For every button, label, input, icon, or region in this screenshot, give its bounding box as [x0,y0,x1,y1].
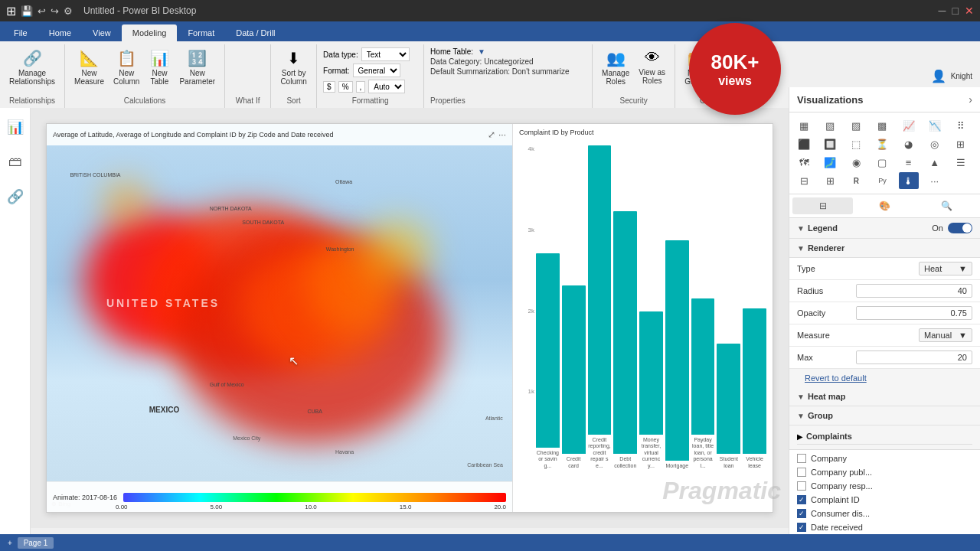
view-roles-icon: 👁 [645,49,660,67]
complaint-checkbox-5[interactable]: ✓ [797,523,806,532]
close-button[interactable]: ✕ [965,5,974,17]
format-select[interactable]: General [353,64,400,77]
viz-icon-slicer[interactable]: ☰ [951,154,971,171]
tab-view[interactable]: View [82,24,122,41]
viz-icon-r-visual[interactable]: R [846,172,866,189]
more-options-icon[interactable]: ··· [498,129,506,140]
group-section-header[interactable]: ▼ Group [789,406,980,425]
title-bar-controls: ─ □ ✕ [939,5,974,17]
opacity-input[interactable] [856,306,972,320]
viz-icon-matrix[interactable]: ⊞ [820,172,840,189]
bars-container: Checkingor saving... Creditcard Creditre… [536,145,766,469]
viz-icon-line[interactable]: 📈 [899,117,919,134]
quick-access-undo[interactable]: ↩ [38,5,46,17]
viz-icon-card[interactable]: ▢ [872,154,892,171]
complaints-collapse-icon[interactable]: ▶ [797,432,803,441]
complaint-checkbox-2[interactable] [797,481,806,491]
tab-home[interactable]: Home [38,24,82,41]
view-as-roles-button[interactable]: 👁 View asRoles [635,47,668,86]
currency-symbol[interactable]: $ [323,81,335,93]
manage-roles-icon: 👥 [606,49,626,67]
viz-icon-filled-map[interactable]: 🗾 [820,154,840,171]
data-type-select[interactable]: TextDecimal [361,47,410,61]
new-parameter-icon: 🔢 [188,49,207,67]
home-table-value[interactable]: ▼ [478,47,485,56]
viz-icon-clustered-bar[interactable]: ▧ [820,117,840,134]
viz-icon-area[interactable]: 📉 [925,117,945,134]
bar-debt: Debtcollection [613,145,637,469]
viz-icon-clustered-col[interactable]: ▩ [872,117,892,134]
complaint-checkbox-4[interactable]: ✓ [797,509,806,518]
tab-data-drill[interactable]: Data / Drill [225,24,286,41]
legend-toggle-switch[interactable] [948,223,972,233]
max-field: Max [789,347,980,369]
viz-icon-py-visual[interactable]: Py [872,172,892,189]
sidebar-icon-model[interactable]: 🔗 [2,184,28,210]
sidebar-icon-data[interactable]: 🗃 [4,149,27,174]
viz-icon-ellipsis[interactable]: ··· [925,172,945,189]
new-column-button[interactable]: 📋 NewColumn [110,47,142,87]
quick-access-settings[interactable]: ⚙ [64,5,73,17]
new-table-button[interactable]: 📊 NewTable [145,47,173,87]
viz-icon-waterfall[interactable]: ⬚ [846,135,866,152]
viz-icon-100pct-bar[interactable]: ▨ [846,117,866,134]
focus-mode-icon[interactable]: ⤢ [488,129,495,140]
maximize-button[interactable]: □ [952,5,959,17]
percent-symbol[interactable]: % [338,81,353,93]
viz-icon-multi-row[interactable]: ≡ [899,154,919,171]
manage-roles-button[interactable]: 👥 ManageRoles [599,47,632,87]
sidebar-icon-report[interactable]: 📊 [2,114,28,140]
quick-access-redo[interactable]: ↪ [51,5,59,17]
viz-icon-heatmap[interactable]: 🌡 [899,172,919,189]
viz-icon-kpi[interactable]: ▲ [925,154,945,171]
sort-by-column-button[interactable]: ⬇ Sort byColumn [277,47,309,87]
auto-select[interactable]: Auto [368,80,405,93]
revert-link[interactable]: Revert to default [797,370,874,386]
radius-input[interactable] [856,284,972,298]
heatmap-section-header[interactable]: ▼ Heat map [789,387,980,406]
viz-icon-scatter[interactable]: ⠿ [951,117,971,134]
viz-icon-gauge[interactable]: ◉ [846,154,866,171]
viz-icon-stacked-area[interactable]: ⬛ [794,135,814,152]
tab-modeling[interactable]: Modeling [122,24,178,41]
viz-icon-stacked-bar[interactable]: ▦ [794,117,814,134]
red-badge: 80K+ views [689,23,781,115]
security-group-label: Security [620,93,648,105]
report-canvas: Average of Latitude, Average of Longitud… [46,123,773,513]
new-parameter-button[interactable]: 🔢 NewParameter [176,47,218,87]
viz-icon-funnel[interactable]: ⏳ [872,135,892,152]
viz-icon-combo[interactable]: 🔲 [820,135,840,152]
type-value[interactable]: Heat ▼ [919,262,972,276]
manage-relationships-button[interactable]: 🔗 ManageRelationships [6,47,58,87]
app-icon: ⊞ [6,4,16,18]
viz-icon-donut[interactable]: ◎ [925,135,945,152]
measure-value[interactable]: Manual ▼ [919,328,972,342]
scale-labels: 0.00 5.00 10.0 15.0 20.0 [116,504,506,510]
map-visual[interactable]: Average of Latitude, Average of Longitud… [47,124,512,512]
viz-icon-map[interactable]: 🗺 [794,154,814,171]
filter-tab-fields[interactable]: ⊟ [792,197,853,214]
filter-tab-analytics[interactable]: 🔍 [916,197,977,214]
viz-expand-icon[interactable]: › [969,93,972,106]
page-add[interactable]: + [8,539,12,547]
comma-symbol[interactable]: , [356,81,366,93]
viz-icon-pie[interactable]: ◕ [899,135,919,152]
complaint-checkbox-1[interactable] [797,468,806,477]
filter-tab-format[interactable]: 🎨 [854,197,915,214]
page-tab[interactable]: Page 1 [18,537,54,549]
renderer-section-header[interactable]: ▼ Renderer [789,239,980,258]
new-measure-button[interactable]: 📐 NewMeasure [71,47,107,87]
complaint-name-5: Date received [811,523,863,532]
complaint-checkbox-0[interactable] [797,454,806,463]
legend-section-header[interactable]: ▼ Legend On [789,218,980,239]
new-measure-icon: 📐 [80,49,99,67]
viz-icon-table[interactable]: ⊟ [794,172,814,189]
viz-icon-treemap[interactable]: ⊞ [951,135,971,152]
max-input[interactable] [856,350,972,364]
complaint-checkbox-3[interactable]: ✓ [797,495,806,504]
quick-access-save[interactable]: 💾 [21,5,33,17]
tab-format[interactable]: Format [177,24,225,41]
tab-file[interactable]: File [3,24,38,41]
minimize-button[interactable]: ─ [939,5,946,17]
ribbon-group-relationships: 🔗 ManageRelationships Relationships [0,44,65,108]
